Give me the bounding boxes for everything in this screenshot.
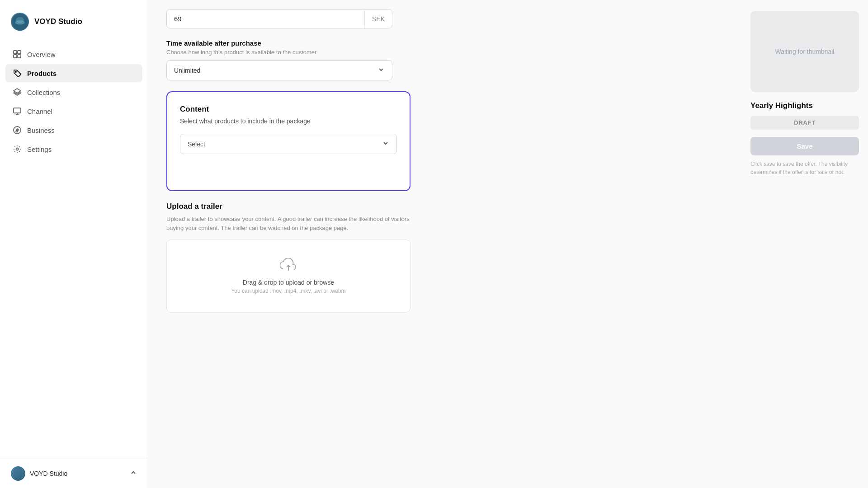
product-title: Yearly Highlights xyxy=(750,101,859,110)
dollar-icon xyxy=(13,126,22,135)
sidebar-item-label-settings: Settings xyxy=(27,145,52,153)
sidebar-header: VOYD Studio xyxy=(0,0,148,42)
tag-icon xyxy=(13,69,22,78)
time-available-value: Unlimited xyxy=(174,67,200,74)
sidebar-item-label-overview: Overview xyxy=(27,51,56,58)
upload-drag-text: Drag & drop to upload or browse xyxy=(185,279,392,286)
svg-point-7 xyxy=(15,71,16,72)
brand-logo xyxy=(11,13,29,31)
gear-icon xyxy=(13,145,22,154)
time-available-label: Time available after purchase xyxy=(166,39,392,47)
sidebar-item-collections[interactable]: Collections xyxy=(5,83,142,101)
content-card: Content Select what products to include … xyxy=(166,91,410,191)
center-panel: SEK Time available after purchase Choose… xyxy=(148,0,741,488)
footer-brand-name: VOYD Studio xyxy=(30,470,67,477)
monitor-icon xyxy=(13,107,22,116)
sidebar-item-label-business: Business xyxy=(27,127,55,134)
svg-rect-6 xyxy=(18,55,21,58)
upload-dropzone[interactable]: Drag & drop to upload or browse You can … xyxy=(166,239,410,313)
upload-trailer-title: Upload a trailer xyxy=(166,202,410,211)
svg-rect-9 xyxy=(14,108,21,113)
main-content: SEK Time available after purchase Choose… xyxy=(148,0,868,488)
upload-trailer-section: Upload a trailer Upload a trailer to sho… xyxy=(166,202,410,313)
chevron-down-icon xyxy=(377,66,385,75)
thumbnail-placeholder-text: Waiting for thumbnail xyxy=(775,48,835,55)
content-select-dropdown[interactable]: Select xyxy=(180,134,397,154)
sidebar-item-channel[interactable]: Channel xyxy=(5,102,142,120)
content-chevron-down-icon xyxy=(382,140,389,148)
time-available-sub: Choose how long this product is availabl… xyxy=(166,49,392,56)
footer-logo xyxy=(11,466,25,481)
content-card-footer xyxy=(180,163,397,178)
price-input[interactable] xyxy=(167,9,364,28)
sidebar-item-label-collections: Collections xyxy=(27,89,60,96)
time-available-select[interactable]: Unlimited xyxy=(166,60,392,80)
upload-trailer-desc: Upload a trailer to showcase your conten… xyxy=(166,215,410,232)
price-section: SEK xyxy=(166,9,723,28)
footer-brand-area: VOYD Studio xyxy=(11,466,67,481)
brand-name: VOYD Studio xyxy=(34,17,82,26)
sidebar-footer[interactable]: VOYD Studio xyxy=(0,459,148,488)
time-available-section: Time available after purchase Choose how… xyxy=(166,39,392,80)
price-currency: SEK xyxy=(364,10,392,28)
right-panel: Waiting for thumbnail Yearly Highlights … xyxy=(741,0,868,488)
content-card-title: Content xyxy=(180,105,397,114)
content-select-placeholder: Select xyxy=(188,141,205,148)
svg-rect-5 xyxy=(14,55,17,58)
sidebar-item-products[interactable]: Products xyxy=(5,64,142,82)
svg-point-2 xyxy=(15,20,25,24)
svg-rect-3 xyxy=(14,51,17,54)
upload-format-text: You can upload .mov, .mp4, .mkv, .avi or… xyxy=(185,288,392,294)
sidebar-item-label-products: Products xyxy=(27,70,57,77)
sidebar-item-label-channel: Channel xyxy=(27,108,52,115)
chevron-up-icon xyxy=(130,469,137,478)
svg-rect-4 xyxy=(18,51,21,54)
draft-badge: DRAFT xyxy=(750,116,859,130)
save-hint-text: Click save to save the offer. The visibi… xyxy=(750,160,859,176)
content-card-desc: Select what products to include in the p… xyxy=(180,117,397,125)
upload-cloud-icon xyxy=(185,258,392,274)
sidebar-item-business[interactable]: Business xyxy=(5,121,142,139)
save-button[interactable]: Save xyxy=(750,137,859,155)
price-input-row: SEK xyxy=(166,9,392,28)
layers-icon xyxy=(13,88,22,97)
grid-icon xyxy=(13,50,22,59)
sidebar-item-settings[interactable]: Settings xyxy=(5,140,142,158)
sidebar: VOYD Studio Overview Prod xyxy=(0,0,148,488)
sidebar-item-overview[interactable]: Overview xyxy=(5,45,142,63)
thumbnail-placeholder: Waiting for thumbnail xyxy=(750,11,859,92)
sidebar-nav: Overview Products Collections xyxy=(0,42,148,459)
svg-point-13 xyxy=(16,148,19,150)
